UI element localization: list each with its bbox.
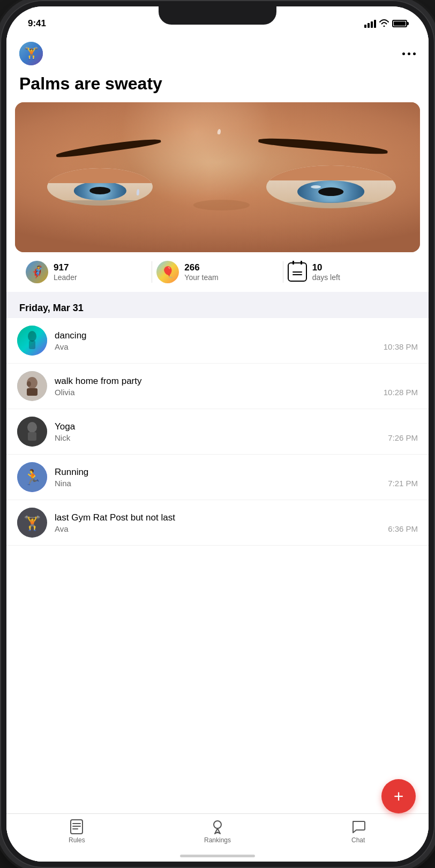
activity-avatar: 🏃 [17,462,47,492]
activity-user: Nick [55,433,70,442]
activity-name: Yoga [55,421,418,432]
tab-rules[interactable]: Rules [6,819,147,844]
stats-bar: 🦸 917 Leader 🎈 266 Your team [15,252,420,292]
activity-info: walk home from party Olivia 10:28 PM [55,376,418,397]
svg-point-8 [27,422,37,433]
activity-name: last Gym Rat Post but not last [55,512,418,523]
rankings-icon [210,819,225,834]
activity-item[interactable]: 🏋️ last Gym Rat Post but not last Ava 6:… [6,500,429,546]
stat-leader: 🦸 917 Leader [26,261,147,283]
days-label: days left [312,273,340,282]
team-label: Your team [184,273,218,282]
page-title: Palms are sweaty [6,70,429,102]
tab-rankings-label: Rankings [204,836,231,844]
activity-item[interactable]: 🏃 Running Nina 7:21 PM [6,455,429,500]
activity-user: Ava [55,524,69,533]
leader-label: Leader [54,273,77,282]
activity-item[interactable]: dancing Ava 10:38 PM [6,318,429,364]
status-icons [364,19,407,28]
more-button[interactable] [402,52,416,55]
battery-icon [392,20,407,27]
stat-divider-2 [283,261,283,283]
phone-frame: 9:41 [0,0,435,868]
avatar[interactable] [19,42,43,65]
activity-avatar [17,326,47,356]
header [6,33,429,70]
svg-point-18 [214,821,221,828]
activity-item[interactable]: walk home from party Olivia 10:28 PM [6,364,429,409]
rules-icon [69,819,84,834]
activity-item[interactable]: Yoga Nick 7:26 PM [6,409,429,455]
screen: 9:41 [6,6,429,862]
activity-user: Olivia [55,388,75,397]
days-number: 10 [312,262,340,273]
activity-time: 10:38 PM [384,342,418,351]
tab-chat[interactable]: Chat [288,819,429,844]
svg-rect-2 [29,341,35,349]
svg-text:🏃: 🏃 [23,469,42,486]
stat-days: 10 days left [288,262,409,282]
leader-number: 917 [54,262,77,273]
app-content: Palms are sweaty [6,33,429,862]
calendar-icon [288,262,307,282]
tab-chat-label: Chat [351,836,365,844]
activity-list: dancing Ava 10:38 PM [6,318,429,599]
svg-point-5 [27,381,31,387]
svg-rect-9 [28,432,36,441]
activity-info: last Gym Rat Post but not last Ava 6:36 … [55,512,418,533]
chat-icon [351,819,366,834]
activity-time: 7:26 PM [388,433,418,442]
tab-rankings[interactable]: Rankings [147,819,288,844]
svg-text:🏋️: 🏋️ [24,515,41,532]
hero-image [15,102,420,252]
tab-rules-label: Rules [69,836,85,844]
activity-avatar: 🏋️ [17,508,47,538]
section-header: Friday, Mar 31 [6,292,429,318]
activity-info: Running Nina 7:21 PM [55,467,418,488]
activity-time: 6:36 PM [388,524,418,533]
activity-name: Running [55,467,418,478]
notch [159,6,276,25]
activity-time: 10:28 PM [384,388,418,397]
activity-time: 7:21 PM [388,479,418,488]
activity-name: dancing [55,330,418,341]
team-avatar: 🎈 [156,261,179,283]
fab-add-button[interactable]: + [381,779,416,813]
home-indicator [180,855,255,857]
section-date: Friday, Mar 31 [19,303,84,313]
activity-info: dancing Ava 10:38 PM [55,330,418,351]
signal-icon [364,20,376,28]
activity-avatar [17,417,47,447]
status-time: 9:41 [28,18,46,29]
svg-rect-6 [27,388,38,396]
fab-plus-icon: + [394,788,404,805]
team-number: 266 [184,262,218,273]
stat-team: 🎈 266 Your team [156,261,278,283]
activity-user: Nina [55,479,71,488]
leader-avatar: 🦸 [26,261,48,283]
wifi-icon [379,19,389,28]
stat-divider-1 [152,261,152,283]
svg-point-1 [28,331,36,342]
activity-name: walk home from party [55,376,418,387]
activity-info: Yoga Nick 7:26 PM [55,421,418,442]
activity-avatar [17,371,47,401]
activity-user: Ava [55,342,69,351]
